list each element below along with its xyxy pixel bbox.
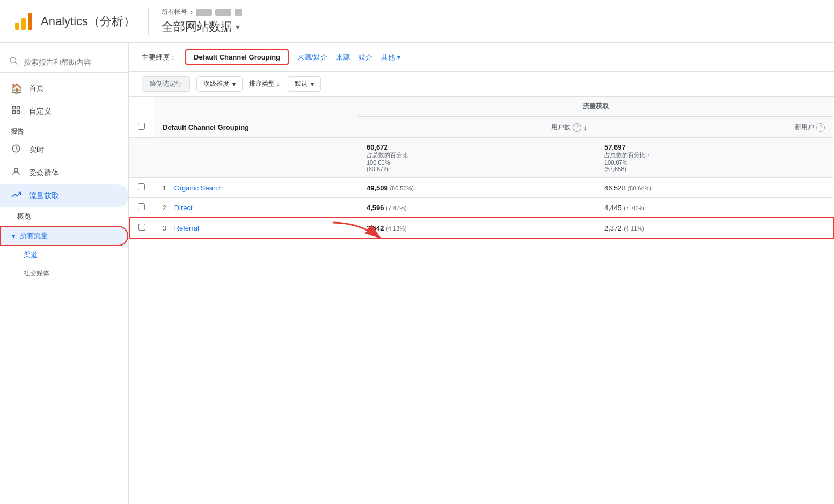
sidebar-more: 社交媒体 [0, 264, 128, 282]
breadcrumb-block3 [235, 9, 242, 16]
select-all-checkbox-cell[interactable] [129, 117, 154, 138]
header-users-col: 用户数 ? ↓ [358, 117, 596, 138]
summary-checkbox-cell [129, 138, 154, 178]
row1-new-users-cell: 46,528 (80.64%) [596, 178, 833, 198]
svg-rect-7 [12, 111, 15, 114]
users-sort-arrow[interactable]: ↓ [583, 123, 587, 132]
row3-new-users: 2,372 [604, 224, 622, 232]
row1-checkbox[interactable] [138, 183, 145, 190]
sidebar-item-audience-label: 受众群体 [29, 168, 59, 178]
row1-num: 1. [163, 184, 168, 192]
breadcrumb: 所有帐号 › [162, 8, 242, 17]
table-toolbar: 绘制选定行 次级维度 ▾ 排序类型： 默认 ▾ [129, 72, 834, 97]
sidebar-item-realtime-label: 实时 [29, 145, 44, 155]
summary-new-users-pct-val: 100.07% [604, 159, 825, 166]
sidebar-item-realtime[interactable]: 实时 [0, 138, 128, 161]
sidebar-channel[interactable]: 渠道 [0, 246, 128, 264]
search-icon [9, 56, 18, 68]
row3-users-pct: (4.13%) [386, 225, 407, 232]
breadcrumb-label: 所有帐号 [162, 8, 187, 17]
summary-new-users-total: 57,697 [604, 143, 825, 151]
row3-num: 3. [163, 225, 168, 232]
row1-users-cell: 49,509 (80.50%) [358, 178, 596, 198]
new-users-col-label: 新用户 [795, 123, 814, 132]
summary-users-pct-label: 占总数的百分比： [367, 151, 587, 159]
row1-checkbox-cell[interactable] [129, 178, 154, 198]
header-checkbox-cell [129, 97, 154, 117]
chevron-down-icon: ▾ [12, 232, 16, 240]
select-all-checkbox[interactable] [138, 123, 145, 130]
row1-new-users: 46,528 [604, 184, 626, 192]
sidebar-all-traffic[interactable]: ▾ 所有流量 [0, 226, 128, 246]
row1-users: 49,509 [367, 184, 388, 192]
secondary-dim-button[interactable]: 次级维度 ▾ [196, 76, 243, 92]
sort-default-button[interactable]: 默认 ▾ [288, 76, 321, 92]
site-title-text: 全部网站数据 [162, 19, 232, 35]
site-title[interactable]: 全部网站数据 ▾ [162, 19, 242, 35]
secondary-dim-dropdown-icon: ▾ [232, 80, 236, 88]
sidebar-sub-overview[interactable]: 概览 [0, 207, 128, 226]
svg-rect-0 [15, 23, 19, 30]
table-row: 2. Direct 4,596 (7.47%) 4,445 (7.70%) [129, 198, 833, 218]
row1-label[interactable]: Organic Search [174, 184, 223, 192]
sidebar-more-label: 社交媒体 [24, 269, 49, 277]
summary-users-pct-raw: (60,672) [367, 166, 587, 172]
sidebar-item-acquisition[interactable]: 流量获取 [0, 184, 128, 207]
svg-rect-8 [17, 111, 20, 114]
secondary-dim-label: 次级维度 [203, 79, 229, 88]
row2-users-cell: 4,596 (7.47%) [358, 198, 596, 218]
audience-icon [11, 167, 21, 179]
row2-checkbox-cell[interactable] [129, 198, 154, 218]
reports-section-label: 报告 [0, 123, 128, 138]
row3-new-users-cell: 2,372 (4.11%) [596, 218, 833, 238]
row2-checkbox[interactable] [138, 203, 145, 210]
row3-checkbox[interactable] [138, 224, 145, 231]
plot-rows-button[interactable]: 绘制选定行 [142, 76, 190, 92]
sidebar-item-home[interactable]: 🏠 首页 [0, 77, 128, 100]
search-input[interactable] [24, 58, 120, 66]
row2-users: 4,596 [367, 204, 384, 212]
home-icon: 🏠 [11, 83, 21, 94]
dimension-source-link[interactable]: 来源 [336, 53, 350, 62]
row3-checkbox-cell[interactable] [129, 218, 154, 238]
dimension-toolbar-label: 主要维度： [142, 53, 177, 62]
header-dim-label: Default Channel Grouping [154, 117, 358, 138]
logo-area: Analytics（分析） [13, 11, 135, 32]
svg-line-4 [15, 62, 17, 64]
sidebar-item-customize[interactable]: 自定义 [0, 100, 128, 123]
svg-rect-1 [21, 18, 26, 30]
row2-users-pct: (7.47%) [386, 205, 407, 211]
row3-label[interactable]: Referral [174, 224, 199, 232]
row2-num: 2. [163, 204, 168, 212]
site-title-dropdown-icon: ▾ [236, 22, 240, 32]
summary-users-total: 60,672 [367, 143, 587, 151]
customize-icon [11, 105, 21, 117]
data-table: 流量获取 Default Channel Grouping 用户数 ? [129, 97, 834, 239]
main-layout: 🏠 首页 自定义 报告 实时 [0, 43, 834, 504]
summary-users-pct-val: 100.00% [367, 159, 587, 166]
dimension-other-link[interactable]: 其他 [381, 53, 395, 62]
account-area: 所有帐号 › 全部网站数据 ▾ [162, 8, 242, 35]
new-users-help-icon[interactable]: ? [816, 123, 825, 132]
dimension-medium-link[interactable]: 媒介 [359, 53, 372, 62]
row2-label[interactable]: Direct [174, 204, 193, 212]
table-row-referral: 3. Referral 2,542 (4.13%) 2,372 (4.11%) [129, 218, 833, 238]
app-title: Analytics（分析） [41, 13, 135, 29]
svg-rect-6 [17, 106, 20, 109]
sidebar-item-customize-label: 自定义 [29, 107, 52, 116]
summary-new-users-pct-label: 占总数的百分比： [604, 151, 825, 159]
dimension-other-area: 其他 ▾ [381, 53, 400, 62]
analytics-logo-icon [13, 11, 34, 32]
header-divider [148, 8, 149, 35]
row1-new-users-pct: (80.64%) [627, 185, 652, 191]
sidebar-channel-label: 渠道 [24, 251, 38, 259]
users-help-icon[interactable]: ? [573, 123, 581, 132]
row3-users-cell: 2,542 (4.13%) [358, 218, 596, 238]
dimension-source-medium-link[interactable]: 来源/媒介 [297, 53, 327, 62]
sort-default-label: 默认 [295, 79, 308, 88]
sidebar-item-audience[interactable]: 受众群体 [0, 161, 128, 184]
search-area[interactable] [0, 51, 128, 73]
dimension-default-channel-btn[interactable]: Default Channel Grouping [185, 49, 289, 65]
main-content: 主要维度： Default Channel Grouping 来源/媒介 来源 … [129, 43, 834, 504]
row1-dim-cell: 1. Organic Search [154, 178, 358, 198]
